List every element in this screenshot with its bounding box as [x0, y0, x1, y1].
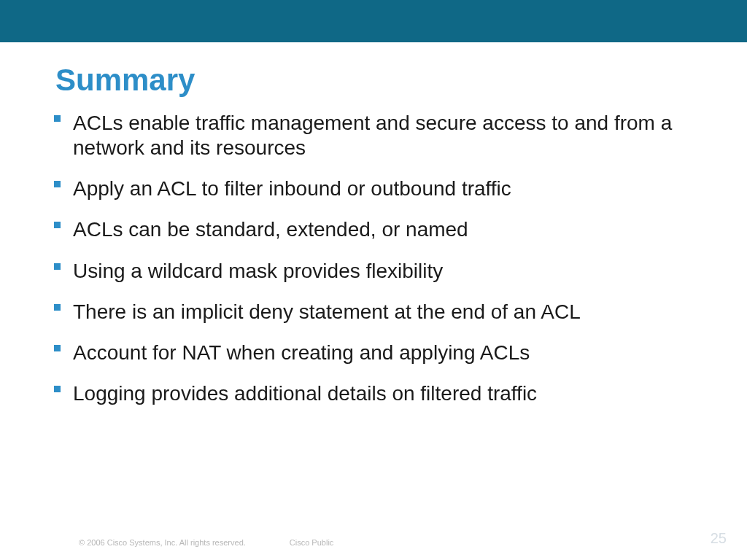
bullet-item: Apply an ACL to filter inbound or outbou…: [53, 176, 694, 201]
bullet-item: Account for NAT when creating and applyi…: [53, 341, 694, 365]
slide: Summary ACLs enable traffic management a…: [0, 0, 747, 560]
page-number: 25: [711, 530, 727, 547]
bullet-list: ACLs enable traffic management and secur…: [53, 111, 694, 406]
bullet-item: Logging provides additional details on f…: [53, 381, 694, 406]
top-band: [0, 0, 747, 42]
copyright-text: © 2006 Cisco Systems, Inc. All rights re…: [79, 538, 246, 547]
footer-label: Cisco Public: [290, 538, 334, 547]
footer: © 2006 Cisco Systems, Inc. All rights re…: [0, 538, 747, 547]
content-area: Summary ACLs enable traffic management a…: [0, 42, 747, 406]
bullet-item: Using a wildcard mask provides flexibili…: [53, 259, 694, 284]
bullet-item: There is an implicit deny statement at t…: [53, 300, 694, 324]
bullet-item: ACLs can be standard, extended, or named: [53, 217, 694, 242]
bullet-item: ACLs enable traffic management and secur…: [53, 111, 694, 160]
slide-title: Summary: [55, 63, 694, 98]
